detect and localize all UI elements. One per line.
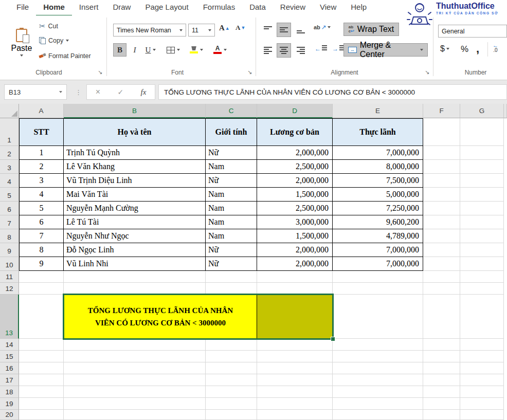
tab-help[interactable]: Help (343, 0, 374, 15)
cell[interactable] (206, 271, 257, 283)
cell-net-salary[interactable]: 7,000,000 (333, 257, 423, 271)
cell[interactable] (257, 351, 333, 362)
cell[interactable] (206, 374, 257, 386)
cell[interactable] (460, 374, 504, 386)
cell-gender[interactable]: Nữ (206, 174, 257, 188)
tab-view[interactable]: View (313, 0, 343, 15)
cell-base-salary[interactable]: 2,000,000 (257, 243, 333, 257)
row-header-15[interactable]: 15 (0, 351, 19, 362)
cell-base-salary[interactable]: 2,000,000 (257, 174, 333, 188)
cell[interactable] (257, 362, 333, 374)
cell[interactable] (460, 174, 504, 188)
cell[interactable] (460, 386, 504, 398)
decrease-indent-button[interactable]: ← (315, 45, 327, 52)
formula-input[interactable]: TỔNG LƯƠNG THỰC LÃNH CỦA NHÂN VIÊN CÓ LƯ… (158, 84, 507, 100)
cell[interactable] (64, 339, 206, 351)
cell-stt[interactable]: 2 (19, 160, 64, 174)
cell[interactable] (423, 398, 460, 410)
align-left-button[interactable] (261, 44, 275, 57)
cell[interactable] (257, 410, 333, 420)
increase-decimal-button[interactable]: ← .0 (493, 43, 498, 52)
cell[interactable] (19, 410, 64, 420)
row-header-6[interactable]: 6 (0, 202, 19, 215)
cancel-icon[interactable]: × (96, 87, 100, 97)
cell[interactable] (423, 229, 460, 243)
bold-button[interactable]: B (113, 43, 126, 57)
cell-base-salary[interactable]: 2,500,000 (257, 202, 333, 215)
cell-name[interactable]: Đỗ Ngọc Linh (64, 243, 206, 257)
cell-base-salary[interactable]: 2,500,000 (257, 160, 333, 174)
cell[interactable] (460, 229, 504, 243)
cell-stt[interactable]: 3 (19, 174, 64, 188)
cell-b1[interactable]: Họ và tên (64, 118, 206, 146)
cell-gender[interactable]: Nam (206, 229, 257, 243)
font-size-combobox[interactable]: 11 (188, 24, 215, 36)
cell-name[interactable]: Vũ Trịnh Diệu Linh (64, 174, 206, 188)
cell[interactable] (333, 386, 423, 398)
cell-base-salary[interactable]: 2,000,000 (257, 257, 333, 271)
cell-net-salary[interactable]: 8,000,000 (333, 160, 423, 174)
cell[interactable] (333, 339, 423, 351)
cell[interactable] (423, 362, 460, 374)
cell[interactable] (333, 362, 423, 374)
cell[interactable] (423, 174, 460, 188)
cell-gender[interactable]: Nữ (206, 243, 257, 257)
cell-name[interactable]: Trịnh Tú Quỳnh (64, 146, 206, 160)
cell[interactable] (423, 257, 460, 271)
cell[interactable] (460, 283, 504, 295)
cell[interactable] (64, 362, 206, 374)
cell-net-salary[interactable]: 5,000,000 (333, 188, 423, 202)
column-header-a[interactable]: A (19, 104, 64, 118)
cell-name[interactable]: Lê Văn Khang (64, 160, 206, 174)
cell[interactable] (460, 271, 504, 283)
row-header-3[interactable]: 3 (0, 160, 19, 174)
cell[interactable] (460, 243, 504, 257)
cell[interactable] (19, 362, 64, 374)
cell-e1[interactable]: Thực lãnh (333, 118, 423, 146)
cell[interactable] (460, 339, 504, 351)
cell[interactable] (206, 339, 257, 351)
tab-draw[interactable]: Draw (105, 0, 138, 15)
cell[interactable] (257, 386, 333, 398)
column-header-f[interactable]: F (423, 104, 460, 118)
row-header-12[interactable]: 12 (0, 283, 19, 295)
cell[interactable] (257, 374, 333, 386)
format-painter-button[interactable]: Format Painter (39, 52, 91, 60)
top-align-button[interactable] (261, 24, 275, 36)
cell-gender[interactable]: Nam (206, 188, 257, 202)
cell-stt[interactable]: 1 (19, 146, 64, 160)
row-header-14[interactable]: 14 (0, 339, 19, 351)
cell-base-salary[interactable]: 1,500,000 (257, 229, 333, 243)
cell-stt[interactable]: 5 (19, 202, 64, 215)
insert-function-icon[interactable]: fx (140, 88, 146, 97)
cell-stt[interactable]: 4 (19, 188, 64, 202)
cell-base-salary[interactable]: 2,000,000 (257, 146, 333, 160)
row-header-4[interactable]: 4 (0, 174, 19, 188)
cell[interactable] (19, 351, 64, 362)
cell-a13[interactable] (19, 295, 64, 339)
cell[interactable] (257, 283, 333, 295)
cell[interactable] (206, 410, 257, 420)
cell-gender[interactable]: Nam (206, 202, 257, 215)
cut-button[interactable]: ✂ Cut (39, 22, 58, 31)
cell[interactable] (333, 410, 423, 420)
enter-icon[interactable]: ✓ (117, 88, 123, 96)
cell-gender[interactable]: Nam (206, 160, 257, 174)
cell[interactable] (423, 243, 460, 257)
column-header-e[interactable]: E (333, 104, 423, 118)
tab-review[interactable]: Review (273, 0, 313, 15)
cell-stt[interactable]: 7 (19, 229, 64, 243)
cell[interactable] (460, 146, 504, 160)
cell[interactable] (423, 410, 460, 420)
cell[interactable] (257, 271, 333, 283)
cell[interactable] (64, 374, 206, 386)
cell[interactable] (64, 398, 206, 410)
cell-b13-merged-summary[interactable]: TỔNG LƯƠNG THỰC LÃNH CỦA NHÂN VIÊN CÓ LƯ… (64, 295, 257, 339)
cell[interactable] (460, 215, 504, 229)
align-center-button[interactable] (277, 43, 291, 58)
tab-home[interactable]: Home (36, 0, 72, 16)
cell[interactable] (423, 351, 460, 362)
paste-button[interactable]: Paste (8, 19, 35, 67)
cell-net-salary[interactable]: 7,250,000 (333, 202, 423, 215)
cell[interactable] (460, 351, 504, 362)
